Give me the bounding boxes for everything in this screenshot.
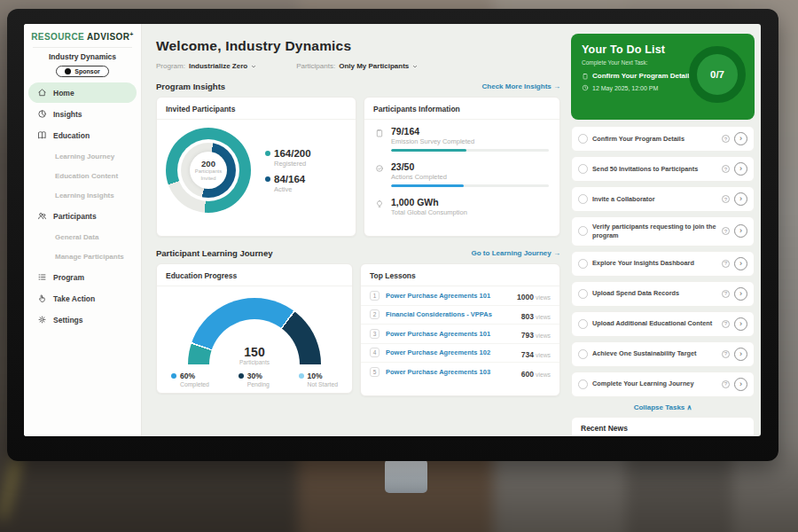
legend-dot-active: [265, 176, 270, 182]
sidebar-item-label: Education: [53, 131, 90, 140]
info-icon[interactable]: ?: [722, 165, 730, 173]
checkbox-circle[interactable]: [578, 319, 588, 329]
info-icon[interactable]: ?: [722, 320, 730, 328]
sidebar-item-home[interactable]: Home: [28, 82, 137, 103]
info-icon[interactable]: ?: [722, 350, 730, 358]
chevron-right-button[interactable]: ›: [734, 287, 747, 301]
info-icon[interactable]: ?: [722, 195, 730, 203]
todo-item[interactable]: Verify participants requesting to join t…: [571, 216, 755, 246]
chevron-right-button[interactable]: ›: [734, 348, 747, 361]
lesson-row: 3 Power Purchase Agreements 101 793views: [361, 325, 559, 344]
filters-row: Program: Industrialize Zero Participants…: [156, 62, 560, 70]
check-more-insights-link[interactable]: Check More Insights →: [482, 82, 560, 90]
pie-chart-icon: [37, 109, 47, 119]
sidebar-subitem-label: Education Content: [55, 172, 118, 180]
todo-item-label: Explore Your Insights Dashboard: [592, 259, 717, 268]
home-icon: [37, 88, 47, 98]
lesson-rank: 3: [370, 329, 379, 339]
sidebar-item-general-data[interactable]: General Data: [28, 227, 137, 246]
sidebar-item-insights[interactable]: Insights: [28, 104, 137, 124]
checkbox-circle[interactable]: [578, 134, 588, 144]
todo-item[interactable]: Upload Spend Data Records ? ›: [571, 281, 755, 307]
todo-item[interactable]: Explore Your Insights Dashboard ? ›: [571, 251, 755, 277]
todo-item[interactable]: Achieve One Sustainability Target ? ›: [571, 341, 755, 367]
chevron-right-button[interactable]: ›: [734, 317, 747, 331]
chevron-up-icon: ∧: [687, 403, 692, 411]
todo-item-label: Invite a Collaborator: [592, 195, 717, 204]
link-label: Check More Insights: [482, 82, 552, 90]
lesson-link[interactable]: Power Purchase Agreements 102: [386, 348, 515, 356]
info-icon[interactable]: ?: [722, 290, 730, 298]
program-dropdown[interactable]: Program: Industrialize Zero: [156, 62, 257, 70]
section-title: Participant Learning Journey: [156, 248, 272, 258]
program-value: Industrialize Zero: [189, 62, 247, 70]
chevron-right-button[interactable]: ›: [734, 257, 747, 270]
sidebar-item-learning-journey[interactable]: Learning Journey: [28, 146, 137, 166]
checkbox-circle[interactable]: [578, 226, 588, 236]
sidebar-item-take-action[interactable]: Take Action: [28, 288, 137, 309]
link-label: Go to Learning Journey: [472, 249, 552, 257]
views-count: 793: [521, 331, 534, 340]
lesson-link[interactable]: Financial Considerations - VPPAs: [386, 310, 515, 318]
collapse-tasks-link[interactable]: Collapse Tasks ∧: [571, 403, 755, 411]
lesson-views: 734views: [521, 345, 551, 361]
arrow-right-icon: →: [553, 82, 560, 90]
sponsor-badge[interactable]: Sponsor: [56, 66, 108, 77]
checkbox-circle[interactable]: [578, 379, 588, 389]
info-icon[interactable]: ?: [722, 380, 730, 388]
chevron-right-button[interactable]: ›: [734, 378, 747, 391]
lesson-link[interactable]: Power Purchase Agreements 101: [386, 292, 511, 300]
checkbox-circle[interactable]: [578, 349, 588, 359]
clock-icon: [582, 84, 589, 91]
views-suffix: views: [536, 314, 551, 320]
sidebar-divider: [33, 47, 132, 48]
todo-item[interactable]: Send 50 Invitations to Participants ? ›: [571, 156, 755, 182]
sidebar-subitem-label: General Data: [55, 233, 98, 241]
lesson-link[interactable]: Power Purchase Agreements 101: [386, 330, 515, 338]
sidebar-item-label: Settings: [53, 316, 83, 325]
sidebar-item-education-content[interactable]: Education Content: [28, 166, 137, 185]
chevron-right-button[interactable]: ›: [734, 192, 747, 206]
checkbox-circle[interactable]: [578, 289, 588, 299]
sidebar-item-education[interactable]: Education: [28, 125, 137, 145]
logo-resource: RESOURCE: [31, 32, 84, 42]
info-icon[interactable]: ?: [722, 135, 730, 143]
legend-pending: 30% Pending: [239, 372, 270, 387]
checkbox-circle[interactable]: [578, 259, 588, 269]
go-to-learning-journey-link[interactable]: Go to Learning Journey →: [472, 249, 560, 257]
todo-item[interactable]: Upload Additional Educational Content ? …: [571, 311, 755, 337]
views-suffix: views: [536, 332, 551, 339]
views-suffix: views: [536, 294, 551, 301]
donut-center: 200 Participants Invited: [190, 152, 227, 189]
participants-dropdown[interactable]: Participants: Only My Participants: [296, 62, 419, 70]
progress-track: [391, 184, 549, 187]
checkbox-circle[interactable]: [578, 194, 588, 204]
lesson-link[interactable]: Power Purchase Agreements 103: [386, 368, 515, 376]
active-value: 84/164: [274, 174, 305, 184]
list-icon: [37, 272, 47, 282]
lesson-rank: 1: [370, 291, 379, 301]
todo-item[interactable]: Complete Your Learning Journey ? ›: [571, 372, 755, 397]
todo-item[interactable]: Invite a Collaborator ? ›: [571, 186, 755, 212]
chevron-right-button[interactable]: ›: [734, 132, 747, 145]
views-count: 734: [521, 350, 534, 359]
lesson-views: 793views: [521, 325, 551, 341]
invited-participants-card: Invited Participants 200 Participants: [156, 97, 356, 237]
sidebar-item-manage-participants[interactable]: Manage Participants: [28, 246, 137, 266]
sidebar-item-settings[interactable]: Settings: [28, 309, 137, 330]
sidebar-item-participants[interactable]: Participants: [28, 206, 137, 226]
center-label-line2: Invited: [200, 176, 215, 181]
recent-news-card: Recent News: [571, 417, 755, 436]
chevron-right-button[interactable]: ›: [734, 224, 747, 238]
info-icon[interactable]: ?: [722, 227, 730, 235]
checkbox-circle[interactable]: [578, 164, 588, 174]
chevron-right-button[interactable]: ›: [734, 162, 747, 176]
sidebar-item-learning-insights[interactable]: Learning Insights: [28, 185, 137, 205]
book-icon: [37, 130, 47, 140]
stat-actions-completed: 23/50 Actions Completed: [364, 155, 559, 191]
info-icon[interactable]: ?: [722, 260, 730, 268]
sidebar-item-program[interactable]: Program: [28, 267, 137, 287]
todo-panel: Your To Do List Complete Your Next Task:…: [571, 24, 761, 436]
todo-item[interactable]: Confirm Your Program Details ? ›: [571, 126, 755, 152]
program-insights-header: Program Insights Check More Insights →: [156, 82, 560, 91]
